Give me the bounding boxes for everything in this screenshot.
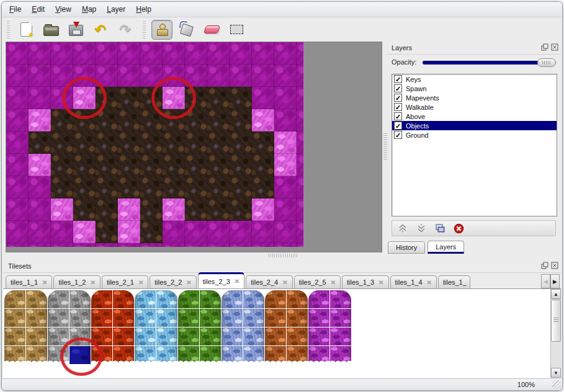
tileset-scrollbar[interactable]: ▲ ▼ [550, 289, 561, 378]
map-tile[interactable] [297, 176, 303, 198]
map-tile[interactable] [96, 243, 118, 247]
map-tile[interactable] [29, 109, 51, 131]
close-tab-icon[interactable]: ✕ [378, 279, 383, 286]
map-tile[interactable] [185, 221, 207, 243]
map-tile[interactable] [51, 65, 73, 87]
map-tile[interactable] [96, 131, 118, 154]
map-tile[interactable] [163, 154, 185, 176]
tileset-tile-red-fur[interactable] [113, 290, 134, 308]
scrollbar-thumb[interactable] [551, 300, 561, 342]
tileset-tile-green-fur[interactable] [200, 346, 221, 364]
map-tile[interactable] [163, 176, 185, 198]
layer-row-keys[interactable]: ✓Keys [392, 74, 557, 84]
eraser-tool-button[interactable] [201, 20, 222, 40]
scroll-tabs-left-button[interactable]: ◀ [541, 274, 550, 288]
scrollbar-up-button[interactable]: ▲ [551, 289, 561, 299]
layer-visibility-checkbox[interactable]: ✓ [394, 131, 402, 139]
map-tile[interactable] [163, 221, 185, 243]
tileset-tile-sky-fur[interactable] [156, 309, 177, 327]
map-tile[interactable] [51, 87, 73, 109]
layer-visibility-checkbox[interactable]: ✓ [394, 122, 402, 130]
map-tile[interactable] [118, 243, 140, 247]
tileset-tile-rust-fur[interactable] [287, 290, 308, 308]
tileset-tile-gray-fur[interactable] [48, 327, 69, 345]
tileset-tile-gray-fur[interactable] [69, 290, 91, 308]
tileset-tile-gray-fur[interactable] [48, 346, 69, 364]
tileset-tab-tiles_1_4[interactable]: tiles_1_4✕ [390, 275, 437, 288]
map-tile[interactable] [6, 198, 29, 221]
map-tile[interactable] [29, 243, 51, 247]
map-tile[interactable] [140, 87, 163, 109]
tileset-tile-sky-fur[interactable] [135, 309, 156, 327]
map-tile[interactable] [297, 131, 303, 154]
tileset-tab-tiles_2_4[interactable]: tiles_2_4✕ [246, 275, 292, 288]
map-tile[interactable] [252, 198, 274, 221]
map-tile[interactable] [6, 154, 29, 176]
map-tile[interactable] [207, 176, 230, 198]
tileset-tile-red-fur[interactable] [91, 327, 112, 345]
map-tile[interactable] [29, 198, 51, 221]
map-tile[interactable] [29, 176, 51, 198]
menu-layer[interactable]: Layer [107, 5, 125, 14]
map-tile[interactable] [73, 65, 96, 87]
map-tile[interactable] [73, 176, 96, 198]
scroll-tabs-right-button[interactable]: ▶ [550, 274, 560, 288]
map-tile[interactable] [297, 198, 303, 221]
tileset-tile-sky-fur[interactable] [135, 290, 156, 308]
layer-visibility-checkbox[interactable]: ✓ [394, 112, 402, 120]
map-tile[interactable] [163, 42, 185, 65]
map-tile[interactable] [185, 243, 207, 247]
map-tile[interactable] [29, 65, 51, 87]
map-tile[interactable] [230, 221, 252, 243]
tileset-tile-red-fur[interactable] [113, 346, 134, 364]
map-tile[interactable] [230, 131, 252, 154]
tileset-tile-green-fur[interactable] [200, 309, 221, 327]
tileset-tile-red-fur[interactable] [91, 346, 112, 364]
map-tile[interactable] [297, 221, 303, 243]
tileset-tile-sky-fur[interactable] [156, 290, 177, 308]
map-tile[interactable] [118, 176, 140, 198]
map-tile[interactable] [6, 109, 29, 131]
undo-button[interactable]: ↶ [90, 20, 111, 40]
map-tile[interactable] [252, 221, 274, 243]
opacity-slider[interactable] [423, 58, 556, 67]
map-tile[interactable] [73, 42, 96, 65]
toolbar-grip[interactable] [7, 21, 10, 38]
map-tile[interactable] [6, 87, 29, 109]
tileset-tile-green-fur[interactable] [178, 309, 199, 327]
duplicate-layer-button[interactable] [434, 223, 445, 234]
tileset-tile-gray-fur[interactable] [69, 309, 91, 327]
tileset-tile-periwinkle-fur[interactable] [243, 327, 264, 345]
map-tile[interactable] [163, 243, 185, 247]
tileset-tile-tan-fur[interactable] [4, 346, 25, 364]
map-tile[interactable] [73, 243, 96, 247]
map-tile[interactable] [297, 109, 303, 131]
map-tile[interactable] [96, 42, 118, 65]
map-tile[interactable] [207, 42, 230, 65]
map-tile[interactable] [297, 42, 303, 65]
tileset-tab-tiles_2_5[interactable]: tiles_2_5✕ [294, 275, 341, 288]
map-tile[interactable] [274, 176, 297, 198]
map-tile[interactable] [6, 42, 29, 65]
map-tile[interactable] [185, 176, 207, 198]
map-tile[interactable] [274, 42, 297, 65]
tileset-tile-red-fur[interactable] [113, 327, 134, 345]
layer-visibility-checkbox[interactable]: ✓ [394, 75, 402, 83]
map-tile[interactable] [73, 154, 96, 176]
map-tile[interactable] [297, 243, 303, 247]
map-field[interactable] [6, 42, 303, 247]
map-tile[interactable] [118, 131, 140, 154]
map-tile[interactable] [230, 198, 252, 221]
map-tile[interactable] [140, 65, 163, 87]
map-tile[interactable] [73, 198, 96, 221]
map-tile[interactable] [118, 198, 140, 221]
tileset-tile-rust-fur[interactable] [287, 346, 308, 364]
tileset-tab-tiles_1_2[interactable]: tiles_1_2✕ [53, 275, 100, 288]
map-tile[interactable] [140, 154, 163, 176]
map-tile[interactable] [29, 131, 51, 154]
map-tile[interactable] [73, 87, 96, 109]
tileset-tile-periwinkle-fur[interactable] [222, 309, 243, 327]
tileset-tile-magenta-fur[interactable] [330, 290, 351, 308]
map-tile[interactable] [140, 198, 163, 221]
map-tile[interactable] [230, 109, 252, 131]
